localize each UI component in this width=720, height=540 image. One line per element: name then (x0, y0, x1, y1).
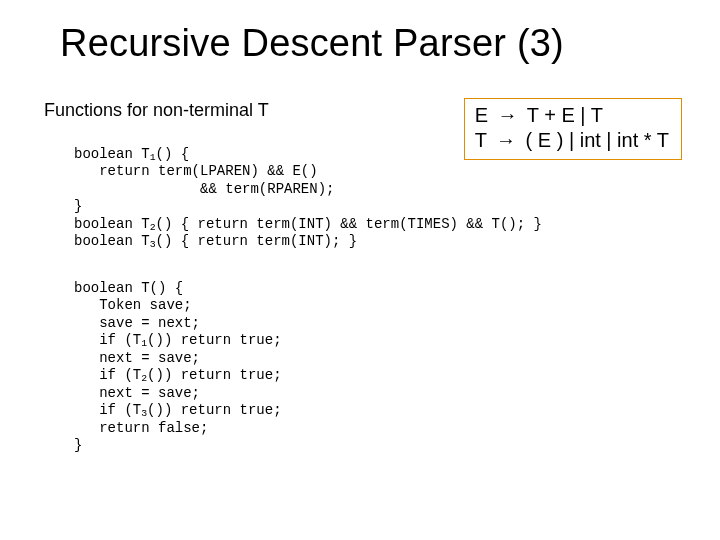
code-line: ()) return true; (147, 367, 281, 383)
code-block-t-main: boolean T() { Token save; save = next; i… (74, 262, 282, 472)
code-line: if (T (74, 332, 141, 348)
code-line: boolean T (74, 216, 150, 232)
code-line: return false; (74, 420, 208, 436)
code-line: ()) return true; (147, 332, 281, 348)
grammar-line-1: E → T + E | T (475, 103, 669, 128)
grammar-e: E (475, 104, 494, 126)
code-line: return term(LPAREN) && E() (74, 163, 318, 179)
code-line: next = save; (74, 385, 200, 401)
section-heading: Functions for non-terminal T (44, 100, 269, 121)
code-line: ()) return true; (147, 402, 281, 418)
code-line: if (T (74, 367, 141, 383)
grammar-t-rhs: ( E ) | int | int * T (520, 129, 669, 151)
code-block-t-alts: boolean T1() { return term(LPAREN) && E(… (74, 128, 542, 268)
grammar-e-rhs: T + E | T (522, 104, 603, 126)
code-line: Token save; (74, 297, 192, 313)
code-line: boolean T() { (74, 280, 183, 296)
page-title: Recursive Descent Parser (3) (60, 22, 564, 65)
code-line: () { return term(INT); } (156, 233, 358, 249)
code-line: save = next; (74, 315, 200, 331)
arrow-icon: → (494, 104, 522, 126)
code-line: } (74, 437, 82, 453)
code-line: } (74, 198, 82, 214)
code-line: boolean T (74, 146, 150, 162)
code-line: () { return term(INT) && term(TIMES) && … (156, 216, 542, 232)
slide: Recursive Descent Parser (3) Functions f… (0, 0, 720, 540)
code-line: next = save; (74, 350, 200, 366)
code-line: && term(RPAREN); (74, 181, 334, 197)
code-line: () { (156, 146, 190, 162)
code-line: if (T (74, 402, 141, 418)
code-line: boolean T (74, 233, 150, 249)
